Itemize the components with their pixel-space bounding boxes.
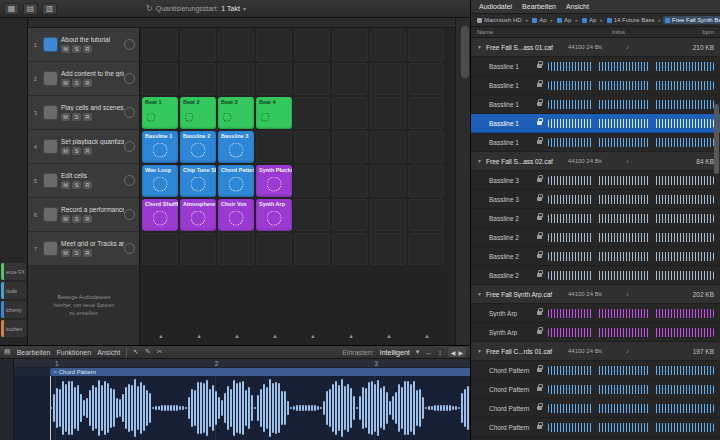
track-header[interactable]: 2Add content to the gridMSR — [28, 62, 139, 96]
editor-ruler[interactable]: 123 — [14, 359, 470, 368]
region-row[interactable]: Bassline 1 — [471, 133, 720, 152]
loop-cell[interactable]: Beat 4 — [256, 97, 292, 129]
breadcrumb-item[interactable]: Macintosh HD — [475, 16, 524, 24]
disclosure-triangle-icon[interactable]: ▼ — [477, 291, 486, 297]
grid-cell-slot[interactable] — [180, 233, 216, 265]
grid-cell-slot[interactable] — [256, 233, 292, 265]
loop-cell[interactable]: Beat 2 — [180, 97, 216, 129]
region-header[interactable]: ≈ Chord Pattern — [50, 368, 470, 376]
solo-button[interactable]: S — [72, 113, 81, 121]
grid-cell-slot[interactable] — [408, 29, 444, 61]
track-header[interactable]: 3Play cells and scenesMSR — [28, 96, 139, 130]
solo-button[interactable]: S — [72, 181, 81, 189]
breadcrumb-item[interactable]: 14 Future Bass — [605, 16, 657, 24]
disclosure-triangle-icon[interactable]: ▼ — [477, 44, 486, 50]
breadcrumb-item[interactable]: Ap — [530, 16, 548, 24]
editor-menu-ansicht[interactable]: Ansicht — [97, 349, 120, 356]
mute-button[interactable]: M — [61, 215, 70, 223]
grid-cell-slot[interactable] — [256, 131, 292, 163]
mute-button[interactable]: M — [61, 181, 70, 189]
loop-cell[interactable]: Synth Arp — [256, 199, 292, 231]
grid-cell-slot[interactable] — [256, 63, 292, 95]
grid-cell-slot[interactable] — [332, 63, 368, 95]
loop-cell[interactable]: Synth Plucks — [256, 165, 292, 197]
loop-cell[interactable]: Choir Vox — [218, 199, 254, 231]
loop-cell[interactable]: Chord Shuffle — [142, 199, 178, 231]
region-row[interactable]: Bassline 2 — [471, 228, 720, 247]
solo-button[interactable]: S — [72, 79, 81, 87]
grid-cell-slot[interactable] — [294, 29, 330, 61]
audio-file-row[interactable]: ▼Free Fall S...ass 02.caf44100 24 Bit♪84… — [471, 152, 720, 171]
region-row[interactable]: Bassline 1 — [471, 76, 720, 95]
scene-trigger[interactable]: ▲ — [332, 333, 370, 339]
solo-button[interactable]: S — [72, 147, 81, 155]
scene-trigger[interactable]: ▲ — [370, 333, 408, 339]
grid-cell-slot[interactable] — [332, 29, 368, 61]
solo-button[interactable]: S — [72, 45, 81, 53]
track-header[interactable]: 1About the tutorialMSR — [28, 28, 139, 62]
grid-cell-slot[interactable] — [408, 97, 444, 129]
grid-cell-slot[interactable] — [294, 165, 330, 197]
scene-trigger[interactable]: ▲ — [218, 333, 256, 339]
mute-button[interactable]: M — [61, 249, 70, 257]
grid-cell-slot[interactable] — [294, 199, 330, 231]
loop-cell[interactable]: Atmosphere — [180, 199, 216, 231]
grid-cell-slot[interactable] — [370, 131, 406, 163]
background-track-chip[interactable]: ence FX — [1, 263, 26, 280]
audio-file-row[interactable]: ▼Free Fall Synth Arp.caf44100 24 Bit♪202… — [471, 285, 720, 304]
snap-menu[interactable]: Intelligent — [380, 349, 410, 356]
browser-menu-bearbeiten[interactable]: Bearbeiten — [522, 3, 556, 10]
horizontal-zoom-icon[interactable]: ↔ — [425, 349, 432, 356]
region-row[interactable]: Chord Pattern — [471, 399, 720, 418]
track-header[interactable]: 7Meet grid or Tracks area contentMSR — [28, 232, 139, 266]
next-button[interactable]: ▶ — [458, 349, 463, 356]
region-row[interactable]: Bassline 3 — [471, 190, 720, 209]
audio-file-row[interactable]: ▼Free Fall S...ass 01.caf44100 24 Bit♪21… — [471, 38, 720, 57]
record-enable-button[interactable]: R — [83, 45, 92, 53]
grid-cell-slot[interactable] — [256, 29, 292, 61]
region-row[interactable]: Synth Arp — [471, 323, 720, 342]
region-row[interactable]: Bassline 1 — [471, 114, 720, 133]
audio-file-row[interactable]: ▼Free Fall C...rds 01.caf44100 24 Bit♪19… — [471, 342, 720, 361]
loop-cell[interactable]: Chip Tune Skit — [180, 165, 216, 197]
breadcrumb-item[interactable]: Free Fall Synth Bass — [663, 16, 720, 24]
grid-cell-slot[interactable] — [332, 165, 368, 197]
tracks-view-icon[interactable]: ▤ — [23, 3, 38, 15]
grid-cell-slot[interactable] — [370, 165, 406, 197]
breadcrumb-item[interactable]: Ap — [580, 16, 598, 24]
browser-menu-ansicht[interactable]: Ansicht — [566, 3, 589, 10]
region-row[interactable]: Chord Pattern — [471, 380, 720, 399]
grid-cell-slot[interactable] — [294, 97, 330, 129]
track-header[interactable]: 6Record a performanceMSR — [28, 198, 139, 232]
region-row[interactable]: Bassline 2 — [471, 266, 720, 285]
grid-cell-slot[interactable] — [408, 165, 444, 197]
mixer-view-icon[interactable]: ▥ — [42, 3, 57, 15]
grid-cell-slot[interactable] — [142, 63, 178, 95]
background-track-chip[interactable]: ttude — [1, 282, 26, 299]
quantize-start-control[interactable]: ↻ Quantisierungsstart: 1 Takt ▾ — [146, 2, 246, 15]
loop-cell[interactable]: Wav Loop — [142, 165, 178, 197]
mute-button[interactable]: M — [61, 79, 70, 87]
record-enable-button[interactable]: R — [83, 181, 92, 189]
record-enable-button[interactable]: R — [83, 249, 92, 257]
mute-button[interactable]: M — [61, 45, 70, 53]
mute-button[interactable]: M — [61, 113, 70, 121]
grid-cell-slot[interactable] — [294, 233, 330, 265]
grid-cell-slot[interactable] — [408, 131, 444, 163]
grid-cell-slot[interactable] — [370, 63, 406, 95]
column-name[interactable]: Name — [477, 29, 612, 35]
prev-button[interactable]: ◀ — [451, 349, 456, 356]
grid-cell-slot[interactable] — [332, 233, 368, 265]
grid-cell-slot[interactable] — [370, 29, 406, 61]
mute-button[interactable]: M — [61, 147, 70, 155]
grid-cell-slot[interactable] — [218, 63, 254, 95]
region-row[interactable]: Synth Arp — [471, 304, 720, 323]
record-enable-button[interactable]: R — [83, 79, 92, 87]
record-enable-button[interactable]: R — [83, 113, 92, 121]
loop-cell[interactable]: Bassline 2 — [180, 131, 216, 163]
track-header[interactable]: 5Edit cellsMSR — [28, 164, 139, 198]
editor-menu-bearbeiten[interactable]: Bearbeiten — [17, 349, 51, 356]
region-row[interactable]: Chord Pattern — [471, 361, 720, 380]
column-infos[interactable]: Infos — [612, 29, 684, 35]
grid-cell-slot[interactable] — [332, 97, 368, 129]
